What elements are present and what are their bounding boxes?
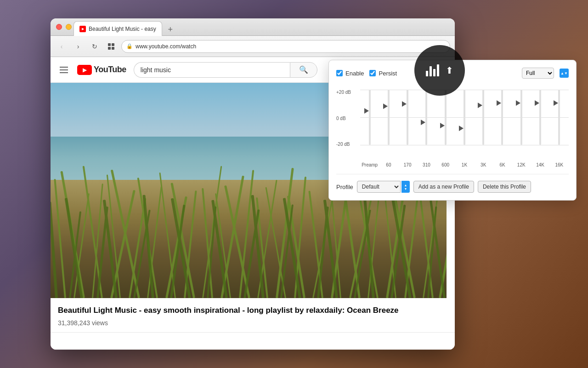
profile-arrow[interactable]: ▲ ▼ (401, 181, 410, 193)
band-1k-thumb[interactable] (459, 126, 464, 131)
band-16k-thumb[interactable] (554, 100, 558, 106)
enable-label: Enable (345, 70, 364, 77)
band-170-thumb[interactable] (402, 101, 407, 107)
add-profile-button[interactable]: Add as a new Profile (413, 181, 474, 193)
band-14k-thumb[interactable] (535, 100, 539, 106)
eq-bar-2 (430, 66, 432, 76)
freq-label-1k: 1K (455, 162, 474, 167)
svg-rect-2 (108, 47, 111, 50)
preamp-track[interactable] (369, 90, 371, 145)
forward-button[interactable]: › (72, 40, 85, 53)
freq-label-preamp: Preamp (360, 162, 379, 167)
freq-label-60: 60 (379, 162, 398, 167)
freq-label-14k: 14K (531, 162, 549, 167)
band-3k-thumb[interactable] (478, 103, 482, 108)
enable-group: Enable (336, 70, 364, 77)
yt-search-input[interactable] (134, 62, 290, 78)
eq-freq-labels: Preamp 60 170 310 600 1K 3K 6K 12K 14K 1… (336, 162, 569, 167)
persist-label: Persist (379, 70, 397, 77)
preset-select[interactable]: Full Flat Bass Boost Treble Boost (522, 68, 554, 79)
enable-checkbox[interactable] (336, 70, 343, 76)
freq-label-16k: 16K (550, 162, 569, 167)
band-310-track[interactable] (425, 90, 427, 145)
band-16k-track[interactable] (558, 90, 560, 145)
yt-logo-icon (77, 65, 92, 75)
svg-rect-56 (211, 200, 228, 298)
band-12k-track[interactable] (520, 90, 522, 145)
freq-label-12k: 12K (512, 162, 531, 167)
svg-rect-1 (112, 43, 114, 46)
eq-sliders-area: +20 dB 0 dB -20 dB (336, 86, 569, 161)
band-600-thumb[interactable] (440, 123, 445, 128)
back-button[interactable]: ‹ (55, 40, 68, 53)
yt-logo[interactable]: YouTube (77, 65, 126, 75)
lock-icon: 🔒 (126, 43, 133, 49)
yt-search-form: 🔍 (134, 62, 317, 78)
svg-rect-46 (51, 201, 58, 298)
share-icon[interactable]: ⬆ (446, 65, 453, 76)
svg-rect-3 (112, 47, 114, 50)
video-info: Beautiful Light Music - easy smooth insp… (51, 298, 455, 333)
eq-db-labels: +20 dB 0 dB -20 dB (336, 86, 360, 160)
preset-arrow[interactable]: ▲▼ (560, 69, 569, 78)
eq-band-columns (360, 86, 569, 160)
address-bar[interactable]: 🔒 www.youtube.com/watch (121, 40, 450, 53)
minimize-button[interactable] (66, 24, 72, 30)
yt-menu-icon[interactable] (58, 65, 70, 75)
title-bar: Beautiful Light Music - easy + (51, 18, 455, 36)
freq-label-170: 170 (398, 162, 417, 167)
close-button[interactable] (56, 24, 62, 30)
profile-label: Profile (336, 184, 353, 190)
svg-rect-67 (427, 207, 437, 298)
yt-search-button[interactable]: 🔍 (290, 62, 317, 78)
band-14k-track[interactable] (539, 90, 541, 145)
eq-bar-3 (433, 69, 435, 76)
tab-grid-button[interactable] (105, 40, 118, 53)
new-tab-button[interactable]: + (164, 23, 177, 36)
svg-rect-27 (276, 168, 294, 298)
band-12k-thumb[interactable] (516, 100, 520, 106)
refresh-button[interactable]: ↻ (88, 40, 101, 53)
band-60-track[interactable] (388, 90, 390, 145)
profile-select[interactable]: Default Custom Bass Boost Treble (357, 181, 401, 193)
equalizer-bars-icon[interactable] (426, 64, 439, 76)
band-6k-thumb[interactable] (497, 100, 501, 106)
svg-rect-0 (108, 43, 111, 46)
db-label-bot: -20 dB (336, 142, 358, 147)
profile-select-wrap: Default Custom Bass Boost Treble ▲ ▼ (357, 181, 410, 193)
band-60-thumb[interactable] (383, 104, 388, 109)
freq-label-6k: 6K (493, 162, 512, 167)
freq-label-600: 600 (436, 162, 455, 167)
band-1k-track[interactable] (464, 90, 465, 145)
persist-group: Persist (369, 70, 397, 77)
tab-title: Beautiful Light Music - easy (89, 26, 156, 32)
band-3k-track[interactable] (482, 90, 484, 145)
eq-sliders-container (360, 86, 569, 160)
band-600-track[interactable] (445, 90, 447, 145)
band-310-thumb[interactable] (421, 120, 425, 125)
svg-rect-20 (202, 188, 213, 298)
band-6k-track[interactable] (501, 90, 503, 145)
tab-bar: Beautiful Light Music - easy + (74, 18, 177, 36)
grid-line-bot (360, 145, 569, 145)
svg-rect-19 (202, 166, 222, 298)
db-label-top: +20 dB (336, 90, 358, 95)
svg-rect-52 (142, 195, 154, 298)
extension-overlay-circle[interactable]: ⬆ (414, 45, 465, 96)
tab-favicon (79, 26, 86, 32)
band-170-track[interactable] (407, 90, 408, 145)
freq-label-3k: 3K (474, 162, 493, 167)
address-text: www.youtube.com/watch (136, 43, 445, 50)
toolbar: ‹ › ↻ 🔒 www.youtube.com/watch (51, 36, 455, 57)
eq-bar-1 (426, 71, 428, 76)
eq-profile-row: Profile Default Custom Bass Boost Treble… (336, 174, 569, 193)
preamp-thumb[interactable] (364, 108, 369, 114)
video-views: 31,398,243 views (58, 319, 447, 327)
active-tab[interactable]: Beautiful Light Music - easy (74, 21, 162, 36)
persist-checkbox[interactable] (369, 70, 376, 76)
yt-logo-text: YouTube (94, 65, 126, 75)
freq-label-310: 310 (417, 162, 436, 167)
delete-profile-button[interactable]: Delete this Profile (478, 181, 531, 193)
db-label-mid: 0 dB (336, 116, 358, 121)
eq-bar-4 (437, 64, 439, 76)
